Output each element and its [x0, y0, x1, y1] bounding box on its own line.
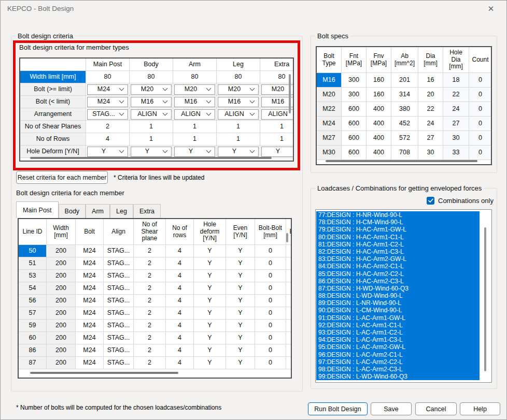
- mt-dropdown-cell[interactable]: ALIGN: [217, 108, 260, 121]
- em-cell[interactable]: STAG...: [104, 295, 134, 307]
- em-cell[interactable]: M24: [76, 295, 104, 307]
- em-width-cell[interactable]: 200: [47, 332, 76, 344]
- em-cell[interactable]: Y: [226, 307, 255, 320]
- em-cell[interactable]: 0: [255, 344, 286, 357]
- bs-cell[interactable]: 600: [342, 102, 367, 117]
- em-cell[interactable]: STAG...: [104, 282, 134, 295]
- mt-cell[interactable]: 1: [217, 133, 260, 146]
- bs-cell[interactable]: 24: [443, 102, 469, 117]
- mt-cell[interactable]: 1: [260, 133, 294, 146]
- mt-dropdown-cell[interactable]: M20: [173, 83, 217, 96]
- loadcase-item[interactable]: 90:DESIGN : L-CM-Wind-90-L: [316, 307, 480, 314]
- em-line-id-cell[interactable]: 86: [19, 344, 47, 357]
- member-types-vscrollbar[interactable]: [289, 74, 291, 113]
- bs-cell[interactable]: 160: [367, 88, 391, 102]
- em-cell[interactable]: 2: [134, 357, 166, 369]
- em-cell[interactable]: Y: [226, 344, 255, 357]
- em-cell[interactable]: M24: [76, 245, 104, 257]
- bs-cell[interactable]: 380: [391, 102, 418, 117]
- mt-dropdown-cell[interactable]: M16: [173, 96, 217, 108]
- mt-dropdown-cell[interactable]: Y: [86, 146, 130, 158]
- bs-cell[interactable]: 300: [342, 88, 367, 102]
- em-cell[interactable]: 0: [255, 307, 286, 320]
- em-cell[interactable]: Y: [194, 270, 226, 282]
- em-line-id-cell[interactable]: 53: [19, 270, 47, 282]
- em-cell[interactable]: Y: [226, 257, 255, 270]
- tab-main-post[interactable]: Main Post: [16, 201, 59, 218]
- mt-row-header[interactable]: Arrangement: [20, 108, 86, 121]
- loadcase-item[interactable]: 86:DESIGN : H-AC-Arm2-C3-L: [316, 278, 480, 285]
- mt-cell[interactable]: 2: [86, 121, 130, 133]
- em-cell[interactable]: 2: [134, 307, 166, 320]
- loadcase-item[interactable]: 88:DESIGN : L-WD-Wind-90-L: [316, 292, 480, 299]
- mt-dropdown-cell[interactable]: Y: [217, 146, 260, 158]
- loadcase-item[interactable]: 77:DESIGN : H-NR-Wind-90-L: [316, 211, 480, 219]
- loadcase-item[interactable]: 85:DESIGN : H-AC-Arm2-C2-L: [316, 270, 480, 278]
- em-line-id-cell[interactable]: 60: [19, 332, 47, 344]
- bs-cell[interactable]: 18: [443, 73, 469, 88]
- em-width-cell[interactable]: 200: [47, 307, 76, 320]
- bs-cell[interactable]: 572: [391, 131, 418, 146]
- em-cell[interactable]: 0: [255, 270, 286, 282]
- bs-cell[interactable]: 708: [391, 146, 418, 160]
- em-cell[interactable]: M24: [76, 307, 104, 320]
- bs-cell[interactable]: 400: [367, 117, 391, 131]
- bs-cell[interactable]: 20: [418, 88, 443, 102]
- em-cell[interactable]: 2: [134, 320, 166, 332]
- em-cell[interactable]: 0: [255, 332, 286, 344]
- em-line-id-cell[interactable]: 51: [19, 257, 47, 270]
- em-cell[interactable]: Y: [226, 332, 255, 344]
- bs-cell[interactable]: 22: [418, 102, 443, 117]
- em-cell[interactable]: STAG...: [104, 320, 134, 332]
- em-width-cell[interactable]: 200: [47, 270, 76, 282]
- mt-cell[interactable]: 1: [130, 133, 173, 146]
- mt-row-header[interactable]: Bolt (>= limit): [20, 83, 86, 96]
- em-cell[interactable]: M24: [76, 270, 104, 282]
- bs-cell[interactable]: 160: [367, 73, 391, 88]
- loadcase-item[interactable]: 89:DESIGN : L-NR-Wind-90-L: [316, 299, 480, 307]
- em-cell[interactable]: 0: [255, 295, 286, 307]
- mt-dropdown-cell[interactable]: M24: [86, 96, 130, 108]
- loadcase-item[interactable]: 91:DESIGN : L-AC-Arm1-GW-L: [316, 314, 480, 322]
- em-cell[interactable]: 4: [166, 257, 194, 270]
- em-cell[interactable]: Y: [194, 332, 226, 344]
- bs-bolt-type-cell[interactable]: M16: [317, 73, 342, 88]
- loadcase-item[interactable]: 83:DESIGN : H-AC-Arm2-GW-L: [316, 255, 480, 263]
- em-cell[interactable]: 4: [166, 357, 194, 369]
- bs-cell[interactable]: 0: [469, 117, 492, 131]
- bs-cell[interactable]: 600: [342, 146, 367, 160]
- em-line-id-cell[interactable]: 57: [19, 307, 47, 320]
- em-width-cell[interactable]: 200: [47, 295, 76, 307]
- em-cell[interactable]: 4: [166, 307, 194, 320]
- em-cell[interactable]: 2: [134, 245, 166, 257]
- bs-bolt-type-cell[interactable]: M27: [317, 131, 342, 146]
- bs-bolt-type-cell[interactable]: M22: [317, 102, 342, 117]
- mt-cell[interactable]: 1: [173, 121, 217, 133]
- bs-cell[interactable]: 0: [469, 88, 492, 102]
- em-cell[interactable]: 2: [134, 295, 166, 307]
- reset-criteria-button[interactable]: Reset criteria for each member: [16, 171, 108, 184]
- each-member-hscrollbar[interactable]: [30, 372, 178, 374]
- loadcase-item[interactable]: 95:DESIGN : L-AC-Arm2-GW-L: [316, 343, 480, 351]
- bs-bolt-type-cell[interactable]: M30: [317, 146, 342, 160]
- em-cell[interactable]: Y: [226, 295, 255, 307]
- em-cell[interactable]: STAG...: [104, 332, 134, 344]
- bs-cell[interactable]: 0: [469, 73, 492, 88]
- mt-dropdown-cell[interactable]: Y: [130, 146, 173, 158]
- loadcase-item[interactable]: 99:DESIGN : L-WD-Wind-60-Q3: [316, 373, 480, 380]
- loadcase-item[interactable]: 80:DESIGN : H-AC-Arm1-C1-L: [316, 234, 480, 241]
- member-types-hscrollbar[interactable]: [30, 157, 272, 159]
- em-cell[interactable]: M24: [76, 344, 104, 357]
- em-cell[interactable]: Y: [226, 270, 255, 282]
- em-cell[interactable]: Y: [194, 320, 226, 332]
- mt-cell[interactable]: 80: [173, 71, 217, 83]
- em-cell[interactable]: STAG...: [104, 344, 134, 357]
- mt-row-header[interactable]: Bolt (< limit): [20, 96, 86, 108]
- em-cell[interactable]: Y: [194, 282, 226, 295]
- em-cell[interactable]: 2: [134, 332, 166, 344]
- loadcase-item[interactable]: 78:DESIGN : H-CM-Wind-90-L: [316, 219, 480, 226]
- bs-bolt-type-cell[interactable]: M24: [317, 117, 342, 131]
- help-button[interactable]: Help: [460, 402, 500, 415]
- loadcase-item[interactable]: 93:DESIGN : L-AC-Arm1-C2-L: [316, 329, 480, 336]
- loadcase-item[interactable]: 97:DESIGN : L-AC-Arm2-C2-L: [316, 358, 480, 366]
